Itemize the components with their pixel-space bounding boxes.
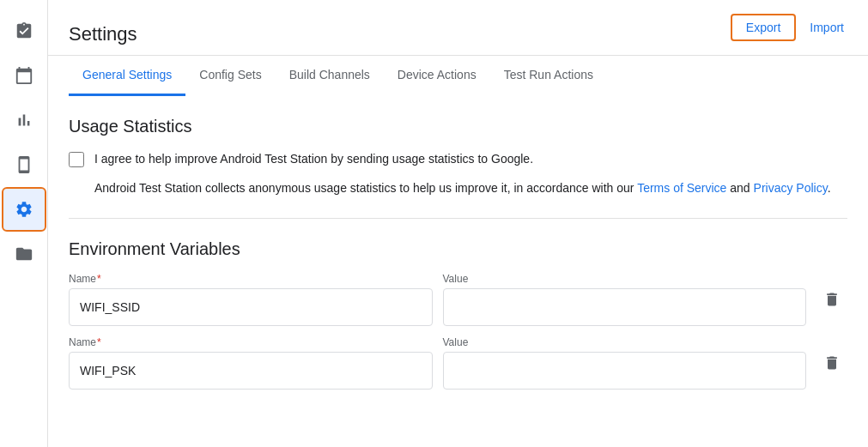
settings-icon bbox=[15, 200, 33, 219]
sidebar-item-device[interactable] bbox=[3, 144, 45, 185]
header-left: Settings bbox=[69, 23, 137, 45]
sidebar-item-tasks[interactable] bbox=[3, 10, 45, 51]
analytics-icon bbox=[15, 111, 33, 130]
main-content: Settings Export Import General Settings … bbox=[48, 0, 868, 447]
calendar-icon bbox=[15, 66, 33, 85]
usage-checkbox-row: I agree to help improve Android Test Sta… bbox=[69, 150, 847, 168]
tasks-icon bbox=[15, 21, 33, 40]
env-name-input-2[interactable] bbox=[69, 352, 433, 390]
tab-test-run-actions[interactable]: Test Run Actions bbox=[490, 56, 607, 96]
usage-description: Android Test Station collects anonymous … bbox=[94, 178, 847, 197]
tab-device-actions[interactable]: Device Actions bbox=[384, 56, 490, 96]
env-name-field-1: Name* bbox=[69, 273, 433, 326]
section-divider bbox=[69, 218, 847, 219]
page-title: Settings bbox=[69, 23, 137, 45]
env-delete-button-2[interactable] bbox=[816, 347, 847, 378]
env-row-2: Name* Value bbox=[69, 336, 847, 390]
env-variables-title: Environment Variables bbox=[69, 239, 847, 259]
privacy-link[interactable]: Privacy Policy bbox=[754, 181, 828, 195]
required-star-1: * bbox=[97, 273, 101, 285]
sidebar-item-settings[interactable] bbox=[3, 189, 45, 230]
export-button[interactable]: Export bbox=[731, 14, 796, 41]
usage-desc-and: and bbox=[726, 181, 753, 195]
env-name-field-2: Name* bbox=[69, 336, 433, 390]
sidebar bbox=[0, 0, 48, 447]
sidebar-item-folder[interactable] bbox=[3, 233, 45, 275]
delete-icon-1 bbox=[823, 291, 841, 308]
env-value-input-1[interactable] bbox=[443, 288, 807, 326]
import-button[interactable]: Import bbox=[806, 15, 847, 39]
env-value-label-1: Value bbox=[443, 273, 807, 285]
header: Settings Export Import bbox=[48, 0, 868, 56]
usage-statistics-title: Usage Statistics bbox=[69, 117, 847, 136]
tab-config-sets[interactable]: Config Sets bbox=[185, 56, 275, 96]
env-value-field-1: Value bbox=[443, 273, 807, 326]
env-value-label-2: Value bbox=[443, 336, 807, 348]
env-name-label-1: Name* bbox=[69, 273, 433, 285]
env-name-label-2: Name* bbox=[69, 336, 433, 348]
delete-icon-2 bbox=[823, 354, 841, 371]
required-star-2: * bbox=[97, 336, 101, 348]
header-actions: Export Import bbox=[731, 14, 847, 55]
sidebar-item-calendar[interactable] bbox=[3, 55, 45, 96]
folder-icon bbox=[15, 245, 33, 263]
env-row-1: Name* Value bbox=[69, 273, 847, 326]
env-value-field-2: Value bbox=[443, 336, 807, 390]
content-area: Usage Statistics I agree to help improve… bbox=[48, 96, 868, 447]
usage-checkbox-label: I agree to help improve Android Test Sta… bbox=[94, 150, 533, 168]
sidebar-item-analytics[interactable] bbox=[3, 100, 45, 141]
env-name-input-1[interactable] bbox=[69, 288, 433, 326]
tos-link[interactable]: Terms of Service bbox=[637, 181, 726, 195]
usage-desc-part1: Android Test Station collects anonymous … bbox=[94, 181, 637, 195]
usage-statistics-checkbox[interactable] bbox=[69, 152, 84, 167]
device-icon bbox=[15, 155, 33, 174]
tabs-bar: General Settings Config Sets Build Chann… bbox=[69, 56, 847, 96]
env-rows: Name* Value Name* bbox=[69, 273, 847, 390]
usage-desc-end: . bbox=[828, 181, 831, 195]
env-delete-button-1[interactable] bbox=[816, 284, 847, 315]
tab-general-settings[interactable]: General Settings bbox=[69, 56, 185, 96]
tab-build-channels[interactable]: Build Channels bbox=[276, 56, 384, 96]
env-value-input-2[interactable] bbox=[443, 352, 807, 390]
